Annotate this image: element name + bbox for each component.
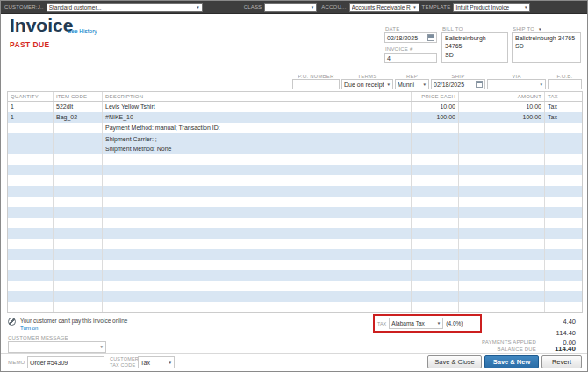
tax-amount: 4.40: [492, 318, 576, 326]
past-due-badge: PAST DUE: [10, 40, 50, 49]
calendar-icon[interactable]: [427, 34, 434, 41]
chevron-down-icon: ▼: [169, 361, 172, 365]
tax-label: TAX: [377, 321, 386, 326]
calendar-icon[interactable]: [476, 81, 483, 88]
tax-name: Alabama Tax: [391, 320, 435, 326]
invoice-number-input[interactable]: 4: [384, 53, 437, 63]
ship-to-address[interactable]: Balistreinburgh 34765 SD: [512, 32, 581, 63]
chevron-down-icon: ▼: [540, 82, 543, 87]
date-input[interactable]: 02/18/2025: [384, 32, 437, 43]
quantity-header: QUANTITY: [8, 92, 54, 101]
price-each-cell[interactable]: 100.00: [412, 112, 459, 123]
tax-rate: (4.0%): [446, 320, 463, 326]
chevron-down-icon: ▼: [311, 5, 314, 10]
tax-highlight-box: TAX Alabama Tax ▼ (4.0%): [373, 314, 482, 333]
customer-job-label: CUSTOMER:J..: [4, 4, 44, 10]
memo-label: MEMO: [8, 360, 25, 365]
description-cell[interactable]: Shipment Carrier: ; Shipment Method: Non…: [103, 133, 412, 154]
account-value: Accounts Receivable Rac...: [352, 4, 412, 11]
customer-tax-code-select[interactable]: Tax ▼: [138, 356, 175, 368]
tax-header: TAX: [545, 92, 582, 101]
tax-cell[interactable]: Tax: [545, 102, 582, 112]
quantity-cell[interactable]: 1: [8, 112, 54, 123]
template-label: TEMPLATE: [422, 4, 451, 10]
tax-cell[interactable]: Tax: [545, 112, 582, 123]
memo-input[interactable]: Order #54309: [27, 356, 104, 368]
tax-cell[interactable]: [545, 123, 582, 133]
price-each-cell[interactable]: [412, 133, 459, 154]
ship-to-label: SHIP TO ▼: [513, 26, 542, 32]
save-new-button[interactable]: Save & New: [484, 355, 539, 368]
date-label: DATE: [385, 26, 399, 32]
column-divider: [411, 154, 412, 312]
page-title: Invoice: [10, 15, 73, 36]
form-toolbar: CUSTOMER:J.. Standard customer... ▼ CLAS…: [1, 1, 588, 14]
save-close-button[interactable]: Save & Close: [427, 355, 482, 368]
revert-button[interactable]: Revert: [541, 355, 582, 368]
turn-on-link[interactable]: Turn on: [20, 326, 38, 331]
bill-to-address[interactable]: Balistreinburgh 34765 SD: [441, 32, 508, 63]
class-select[interactable]: ▼: [264, 3, 317, 12]
amount-cell[interactable]: [459, 123, 545, 133]
see-history-link[interactable]: See History: [68, 28, 97, 34]
customer-job-select[interactable]: Standard customer... ▼: [47, 3, 203, 12]
customer-message-select[interactable]: ▼: [8, 341, 106, 353]
template-select[interactable]: Intuit Product Invoice ▼: [453, 3, 530, 12]
price-each-header: PRICE EACH: [412, 92, 459, 101]
via-select[interactable]: ▼: [487, 79, 546, 89]
table-row: 1 Bag_02 #NIKE_10 100.00 100.00 Tax: [8, 112, 582, 123]
bill-to-label: BILL TO: [442, 26, 463, 32]
item-code-cell[interactable]: Bag_02: [54, 112, 103, 123]
amount-cell[interactable]: [459, 133, 545, 154]
amount-header: AMOUNT: [459, 92, 545, 101]
quantity-cell[interactable]: [8, 123, 54, 133]
column-divider: [53, 154, 54, 312]
chevron-down-icon: ▼: [524, 5, 527, 10]
table-row: 1 522dlt Levis Yellow Tshirt 10.00 10.00…: [8, 102, 582, 112]
po-number-input[interactable]: [292, 79, 340, 89]
footer-divider: [1, 353, 588, 354]
chevron-down-icon: ▼: [538, 27, 542, 32]
table-header-row: QUANTITY ITEM CODE DESCRIPTION PRICE EAC…: [8, 92, 582, 102]
column-divider: [458, 154, 459, 312]
quickbooks-invoice-form: CUSTOMER:J.. Standard customer... ▼ CLAS…: [0, 0, 588, 372]
customer-job-value: Standard customer...: [49, 4, 195, 11]
table-row: Shipment Carrier: ; Shipment Method: Non…: [8, 133, 582, 154]
tax-select[interactable]: Alabama Tax ▼: [389, 318, 443, 329]
table-row: Payment Method: manual; Transaction ID:: [8, 123, 582, 133]
invoice-number-label: INVOICE #: [385, 46, 412, 52]
quantity-cell[interactable]: [8, 133, 54, 154]
chevron-down-icon: ▼: [196, 5, 199, 10]
account-select[interactable]: Accounts Receivable Rac... ▼: [349, 3, 419, 12]
terms-select[interactable]: Due on receipt ▼: [341, 79, 393, 89]
empty-line-items-area[interactable]: [8, 154, 582, 312]
item-code-cell[interactable]: [54, 123, 103, 133]
fob-input[interactable]: [548, 79, 582, 89]
description-cell[interactable]: Levis Yellow Tshirt: [103, 102, 412, 112]
amount-cell[interactable]: 100.00: [459, 112, 545, 123]
column-divider: [102, 154, 103, 312]
item-code-cell[interactable]: [54, 133, 103, 154]
ship-date-input[interactable]: 02/18/2025: [431, 79, 485, 89]
column-divider: [544, 154, 545, 312]
amount-cell[interactable]: 10.00: [459, 102, 545, 112]
account-label: ACCOU...: [321, 4, 346, 10]
price-each-cell[interactable]: 10.00: [412, 102, 459, 112]
item-code-header: ITEM CODE: [54, 92, 103, 101]
description-cell[interactable]: Payment Method: manual; Transaction ID:: [103, 123, 412, 133]
balance-due-value: 114.40: [492, 345, 576, 353]
chevron-down-icon: ▼: [100, 345, 104, 349]
class-label: CLASS: [244, 4, 262, 10]
customer-tax-code-label: CUSTOMER TAX CODE: [110, 356, 139, 368]
chevron-down-icon: ▼: [412, 5, 416, 10]
quantity-cell[interactable]: 1: [8, 102, 54, 112]
price-each-cell[interactable]: [412, 123, 459, 133]
customer-message-label: CUSTOMER MESSAGE: [8, 335, 68, 340]
template-value: Intuit Product Invoice: [455, 4, 522, 11]
rep-select[interactable]: Munni ▼: [395, 79, 429, 89]
invoice-number-value: 4: [387, 55, 391, 61]
chevron-down-icon: ▼: [437, 321, 441, 326]
description-cell[interactable]: #NIKE_10: [103, 112, 412, 123]
tax-cell[interactable]: [545, 133, 582, 154]
item-code-cell[interactable]: 522dlt: [54, 102, 103, 112]
